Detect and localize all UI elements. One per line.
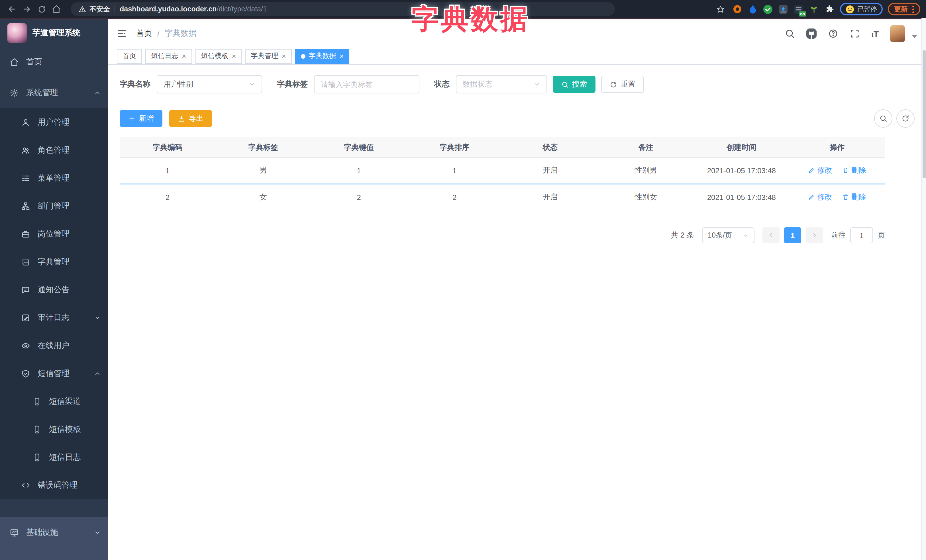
status-label: 状态 xyxy=(434,79,449,89)
sidebar-item-sms-log[interactable]: 短信日志 xyxy=(0,443,108,471)
cell-created: 2021-01-05 17:03:48 xyxy=(694,184,790,210)
browser-update-button[interactable]: 更新 xyxy=(888,3,920,15)
avatar[interactable] xyxy=(890,25,905,42)
sidebar-item-label: 系统管理 xyxy=(26,88,58,98)
page-1-button[interactable]: 1 xyxy=(784,227,801,243)
dict-name-select[interactable]: 用户性别 xyxy=(157,75,262,94)
search-button[interactable]: 搜索 xyxy=(553,76,596,93)
chevron-left-icon xyxy=(767,232,775,239)
col-dict-value: 字典键值 xyxy=(311,137,407,157)
close-icon[interactable]: × xyxy=(232,53,236,60)
page-size-select[interactable]: 10条/页 xyxy=(702,227,755,243)
sidebar-item-sms-channel[interactable]: 短信渠道 xyxy=(0,387,108,415)
sidebar-item-home[interactable]: 首页 xyxy=(0,47,108,77)
address-bar[interactable]: 不安全 dashboard.yudao.iocoder.cn/dict/type… xyxy=(71,2,615,16)
chevron-up-icon xyxy=(94,370,101,377)
page-scrollbar[interactable] xyxy=(921,18,926,560)
sidebar-item-sms-template[interactable]: 短信模板 xyxy=(0,415,108,443)
sidebar-item-infrastructure[interactable]: 基础设施 xyxy=(0,517,108,548)
sidebar-item-sms-mgmt[interactable]: 短信管理 xyxy=(0,359,108,387)
sidebar-collapse-icon[interactable] xyxy=(117,29,127,39)
delete-link[interactable]: 删除 xyxy=(842,165,866,175)
col-actions: 操作 xyxy=(789,137,885,157)
close-icon[interactable]: × xyxy=(281,53,286,60)
sidebar-item-post-mgmt[interactable]: 岗位管理 xyxy=(0,220,108,248)
tab-sms-template[interactable]: 短信模板× xyxy=(195,49,242,63)
sidebar-item-online-users[interactable]: 在线用户 xyxy=(0,332,108,359)
scrollbar-thumb[interactable] xyxy=(923,50,926,178)
extensions-puzzle-icon[interactable] xyxy=(824,4,835,14)
delete-link[interactable]: 删除 xyxy=(842,192,866,202)
edit-link[interactable]: 修改 xyxy=(808,192,832,202)
sidebar-item-label: 菜单管理 xyxy=(38,173,70,183)
tab-dict-data[interactable]: 字典数据× xyxy=(295,49,350,63)
goto-page-input[interactable] xyxy=(850,227,873,243)
sidebar-item-role-mgmt[interactable]: 角色管理 xyxy=(0,136,108,164)
users-icon xyxy=(21,146,30,155)
tab-home[interactable]: 首页 xyxy=(117,49,142,63)
reset-button[interactable]: 重置 xyxy=(601,76,644,93)
add-button[interactable]: 新增 xyxy=(120,110,162,127)
paused-extension-badge[interactable]: 已暂停 xyxy=(840,3,883,15)
sidebar-item-label: 短信模板 xyxy=(49,424,81,435)
back-icon[interactable] xyxy=(6,3,18,15)
sidebar-item-label: 部门管理 xyxy=(38,201,70,211)
sidebar-item-notice[interactable]: 通知公告 xyxy=(0,276,108,303)
tab-sms-log[interactable]: 短信日志× xyxy=(145,49,192,63)
extension-orange-icon[interactable] xyxy=(732,4,742,14)
close-icon[interactable]: × xyxy=(340,53,344,60)
reload-icon[interactable] xyxy=(35,3,48,15)
bookmark-star-icon[interactable] xyxy=(714,3,727,15)
cell-status: 开启 xyxy=(502,157,598,184)
extension-on-icon[interactable]: on xyxy=(793,4,804,14)
fullscreen-icon[interactable] xyxy=(850,29,860,39)
chevron-down-icon xyxy=(248,81,255,88)
close-icon[interactable]: × xyxy=(182,53,186,60)
online-users-icon xyxy=(21,341,30,350)
caret-down-icon[interactable] xyxy=(912,35,917,38)
refresh-table-button[interactable] xyxy=(896,109,915,128)
breadcrumb-home[interactable]: 首页 xyxy=(136,29,152,39)
table-header-row: 字典编码 字典标签 字典键值 字典排序 状态 备注 创建时间 操作 xyxy=(120,137,885,157)
edit-link[interactable]: 修改 xyxy=(808,165,832,175)
github-icon[interactable] xyxy=(806,29,817,39)
sidebar-section-infra: 基础设施 xyxy=(0,517,108,560)
pencil-icon xyxy=(808,167,815,174)
forward-icon[interactable] xyxy=(21,3,33,15)
sidebar-item-label: 用户管理 xyxy=(38,117,70,127)
sidebar-item-dict-mgmt[interactable]: 字典管理 xyxy=(0,248,108,276)
status-select[interactable]: 数据状态 xyxy=(456,75,547,94)
cell-actions: 修改 删除 xyxy=(789,157,885,184)
help-icon[interactable] xyxy=(828,29,838,39)
header-search-icon[interactable] xyxy=(785,29,795,39)
sidebar-item-menu-mgmt[interactable]: 菜单管理 xyxy=(0,164,108,192)
sidebar-item-audit-log[interactable]: 审计日志 xyxy=(0,303,108,332)
sidebar-item-dept-mgmt[interactable]: 部门管理 xyxy=(0,192,108,220)
browser-menu-icon[interactable] xyxy=(912,5,914,13)
home-nav-icon[interactable] xyxy=(50,3,63,15)
extension-blue-icon[interactable] xyxy=(747,4,758,14)
sidebar-item-label: 字典管理 xyxy=(38,257,70,267)
sidebar-item-system[interactable]: 系统管理 xyxy=(0,77,108,108)
toggle-search-button[interactable] xyxy=(874,109,893,128)
tab-dict-mgmt[interactable]: 字典管理× xyxy=(245,49,292,63)
sidebar-item-error-code[interactable]: 错误码管理 xyxy=(0,471,108,499)
col-status: 状态 xyxy=(502,137,598,157)
refresh-icon xyxy=(610,81,617,88)
tags-view-bar: 首页 短信日志× 短信模板× 字典管理× 字典数据× xyxy=(108,48,926,65)
sidebar-item-user-mgmt[interactable]: 用户管理 xyxy=(0,108,108,136)
prev-page-button[interactable] xyxy=(763,227,779,243)
export-button[interactable]: 导出 xyxy=(169,110,212,127)
extension-list-icon[interactable] xyxy=(778,4,788,14)
table-row: 1 男 1 1 开启 性别男 2021-01-05 17:03:48 修改 删除 xyxy=(120,157,885,184)
dict-tag-input[interactable] xyxy=(314,75,419,94)
briefcase-icon xyxy=(21,229,30,238)
extension-green-check-icon[interactable] xyxy=(763,4,773,14)
breadcrumb: 首页 / 字典数据 xyxy=(136,29,197,39)
font-size-icon[interactable]: tT xyxy=(871,29,879,38)
app-title: 芋道管理系统 xyxy=(32,28,80,38)
next-page-button[interactable] xyxy=(806,227,823,243)
pencil-icon xyxy=(808,194,815,201)
extension-sprout-icon[interactable] xyxy=(809,4,819,14)
app-logo[interactable]: 芋道管理系统 xyxy=(0,20,108,47)
